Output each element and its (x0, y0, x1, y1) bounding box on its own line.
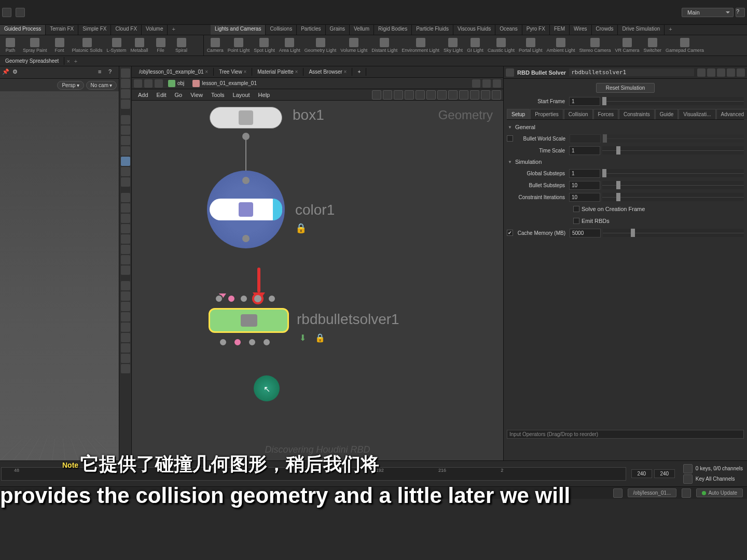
network-tool-icon-11[interactable] (492, 90, 501, 100)
network-tool-icon-8[interactable] (459, 90, 468, 100)
viewport[interactable] (0, 91, 119, 460)
viewport-tool-6[interactable] (121, 136, 130, 145)
viewport-tool-7[interactable] (121, 146, 130, 156)
gear-icon[interactable] (697, 68, 706, 77)
cache-memory-slider[interactable] (603, 229, 744, 237)
tool-geometry-light[interactable]: Geometry Light (302, 35, 339, 55)
menu-view[interactable]: View (186, 91, 207, 99)
output-4[interactable] (262, 338, 271, 346)
viewport-tool-17[interactable] (121, 255, 130, 264)
nav-up-icon[interactable] (155, 79, 163, 88)
viewport-tool-20[interactable] (121, 291, 130, 301)
viewport-tool-2[interactable] (121, 89, 130, 99)
emit-rbds-checkbox[interactable] (573, 218, 579, 224)
menu-tools[interactable]: Tools (207, 91, 229, 99)
path-root[interactable]: obj (165, 79, 187, 88)
node-name-field[interactable]: rbdbulletsolver1 (569, 68, 694, 76)
tool-environment-light[interactable]: Environment Light (399, 35, 441, 55)
search-icon[interactable] (717, 68, 725, 77)
network-tool-icon-7[interactable] (448, 90, 458, 100)
param-tab-guide[interactable]: Guide (655, 109, 679, 119)
shelf-tab-lights-and-cameras[interactable]: Lights and Cameras (211, 25, 266, 35)
shelf-add-left[interactable]: + (168, 25, 179, 35)
frame-end-input[interactable] (631, 469, 652, 478)
bullet-substeps-input[interactable] (569, 181, 600, 190)
gear-icon[interactable]: ⚙ (12, 68, 21, 77)
nav-fwd-icon[interactable] (144, 79, 153, 88)
network-tool-icon-5[interactable] (426, 90, 436, 100)
param-tab-constraints[interactable]: Constraints (619, 109, 655, 119)
reset-simulation-button[interactable]: Reset Simulation (596, 83, 655, 93)
cache-memory-checkbox[interactable] (507, 230, 513, 236)
param-tab-setup[interactable]: Setup (507, 109, 530, 119)
node-rbdbulletsolver1[interactable]: rbdbulletsolver1 ⬇ 🔒 (209, 308, 289, 333)
viewport-tool-19[interactable] (121, 281, 130, 290)
section-simulation[interactable]: Simulation (507, 157, 744, 167)
tool-switcher[interactable]: Switcher (642, 35, 664, 55)
shelf-tab-particle-fluids[interactable]: Particle Fluids (412, 25, 453, 35)
key-mode-icon[interactable] (683, 474, 693, 484)
viewport-tool-27[interactable] (121, 364, 130, 373)
viewport-tool-10[interactable] (121, 177, 130, 187)
section-general[interactable]: General (507, 122, 744, 132)
viewport-tool-13[interactable] (121, 214, 130, 223)
help-icon[interactable]: ? (736, 8, 745, 17)
tool-camera[interactable]: Camera (205, 35, 226, 55)
tool-spot-light[interactable]: Spot Light (252, 35, 277, 55)
network-tool-icon-6[interactable] (437, 90, 447, 100)
time-scale-input[interactable] (569, 146, 600, 155)
node-box1[interactable]: box1 (210, 107, 282, 129)
viewport-tool-4[interactable] (121, 115, 130, 124)
frame-current-input[interactable] (654, 469, 675, 478)
menu-edit[interactable]: Edit (153, 91, 171, 99)
viewport-tool-11[interactable] (121, 193, 130, 202)
viewport-tool-23[interactable] (121, 323, 130, 332)
add-tab-icon[interactable]: + (352, 68, 366, 76)
timeline[interactable]: 48 192 216 2 (1, 467, 626, 481)
app-menu-icon[interactable] (2, 8, 11, 17)
param-tab-forces[interactable]: Forces (593, 109, 619, 119)
viewport-tool-14[interactable] (121, 224, 130, 233)
network-tab-3[interactable]: Asset Browser (303, 68, 352, 76)
param-tab-collision[interactable]: Collision (564, 109, 593, 119)
bullet-world-scale-input[interactable] (570, 134, 601, 143)
constraint-iter-slider[interactable] (602, 193, 744, 201)
tool-platonic-solids[interactable]: Platonic Solids (70, 35, 105, 55)
shelf-tab-rigid-bodies[interactable]: Rigid Bodies (374, 25, 412, 35)
time-scale-slider[interactable] (602, 146, 744, 155)
viewport-tool-1[interactable] (121, 79, 130, 88)
network-tool-icon-0[interactable] (372, 90, 381, 100)
list-icon[interactable]: ≡ (98, 68, 106, 77)
shelf-tab-volume[interactable]: Volume (142, 25, 168, 35)
network-tool-icon-2[interactable] (394, 90, 403, 100)
constraint-iter-input[interactable] (569, 193, 600, 202)
shelf-add-right[interactable]: + (665, 25, 676, 35)
viewport-tool-25[interactable] (121, 343, 130, 353)
viewport-tool-15[interactable] (121, 234, 130, 244)
viewport-tool-22[interactable] (121, 312, 130, 321)
bullet-substeps-slider[interactable] (602, 181, 744, 189)
cache-memory-input[interactable] (570, 229, 601, 237)
global-substeps-input[interactable] (569, 169, 600, 178)
shelf-tab-terrain-fx[interactable]: Terrain FX (46, 25, 78, 35)
global-substeps-slider[interactable] (602, 169, 744, 177)
shelf-tab-pyro-fx[interactable]: Pyro FX (522, 25, 550, 35)
shelf-tab-cloud-fx[interactable]: Cloud FX (111, 25, 142, 35)
cloud-icon[interactable] (613, 488, 622, 498)
tool-caustic-light[interactable]: Caustic Light (486, 35, 517, 55)
param-tab-advanced[interactable]: Advanced (716, 109, 747, 119)
help-icon[interactable]: ? (108, 68, 117, 77)
viewport-tool-18[interactable] (121, 265, 130, 275)
bullet-world-scale-checkbox[interactable] (507, 135, 513, 142)
start-frame-input[interactable] (569, 97, 600, 106)
camera-none-dropdown[interactable]: No cam▾ (86, 81, 117, 90)
shelf-tab-simple-fx[interactable]: Simple FX (78, 25, 111, 35)
tool-gamepad-camera[interactable]: Gamepad Camera (663, 35, 706, 55)
viewport-tool-3[interactable] (121, 100, 130, 109)
pin-icon[interactable] (727, 68, 735, 77)
viewport-tool-0[interactable] (121, 68, 130, 78)
path-current[interactable]: lesson_01_example_01 (189, 79, 260, 88)
pin-icon[interactable]: 📌 (2, 68, 10, 77)
tool-metaball[interactable]: Metaball (129, 35, 150, 55)
network-tab-0[interactable]: /obj/lesson_01_example_01 (134, 68, 214, 76)
